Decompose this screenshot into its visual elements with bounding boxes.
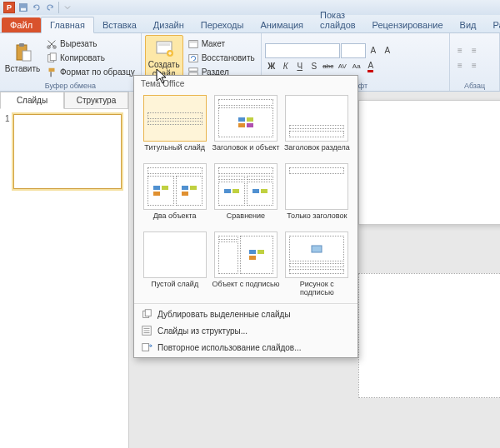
group-paragraph: ≡≡ ≡≡ Абзац	[450, 33, 500, 91]
font-color-button[interactable]: A	[364, 60, 378, 73]
reset-label: Восстановить	[202, 53, 255, 62]
new-slide-gallery: Тема Office Титульный слайд Заголовок и …	[133, 75, 358, 358]
new-slide-button[interactable]: Создать слайд	[145, 35, 183, 81]
layout-title-content[interactable]: Заголовок и объект	[212, 95, 279, 160]
shrink-font-button[interactable]: A	[381, 44, 394, 57]
layout-icon	[188, 38, 199, 50]
align-center-button[interactable]: ≡	[468, 59, 481, 72]
svg-rect-1	[21, 8, 26, 11]
grow-font-button[interactable]: A	[367, 44, 380, 57]
svg-rect-24	[153, 192, 160, 196]
undo-icon[interactable]	[32, 2, 42, 12]
layout-two-content[interactable]: Два объекта	[141, 163, 208, 228]
svg-rect-39	[142, 344, 149, 351]
layout-title-slide[interactable]: Титульный слайд	[141, 95, 208, 160]
slide-number: 1	[5, 114, 10, 189]
save-icon[interactable]	[18, 2, 28, 12]
tab-storyboard[interactable]: Раскадр	[484, 17, 500, 32]
char-spacing-button[interactable]: AV	[336, 60, 349, 73]
strike-button[interactable]: abc	[322, 60, 335, 73]
svg-rect-16	[188, 67, 198, 71]
reuse-icon	[141, 341, 152, 353]
cut-icon	[46, 38, 58, 50]
slide-thumbnail[interactable]	[13, 114, 122, 189]
layout-comparison[interactable]: Сравнение	[212, 163, 279, 228]
layout-label: Макет	[202, 39, 225, 48]
copy-button[interactable]: Копировать	[43, 52, 138, 65]
svg-rect-19	[247, 117, 253, 122]
svg-rect-27	[182, 192, 188, 196]
tab-slides-pane[interactable]: Слайды	[0, 92, 64, 109]
layout-picture-caption[interactable]: Рисунок с подписью	[283, 231, 351, 296]
align-left-button[interactable]: ≡	[453, 59, 467, 72]
svg-rect-33	[258, 250, 264, 254]
qat-separator	[58, 2, 59, 13]
gallery-theme-label: Тема Office	[134, 76, 358, 92]
shadow-button[interactable]: S	[308, 60, 321, 73]
slide-panel: Слайды Структура 1	[0, 92, 129, 448]
font-size-combo[interactable]	[341, 43, 366, 58]
new-slide-icon	[154, 38, 174, 58]
italic-button[interactable]: К	[279, 60, 292, 73]
svg-rect-34	[249, 256, 256, 260]
svg-rect-31	[261, 189, 268, 193]
tab-file[interactable]: Файл	[2, 17, 41, 32]
layout-blank[interactable]: Пустой слайд	[141, 231, 208, 296]
slides-from-outline-item[interactable]: Слайды из структуры...	[134, 322, 358, 339]
layout-section-header[interactable]: Заголовок раздела	[283, 95, 351, 160]
cut-button[interactable]: Вырезать	[43, 37, 138, 51]
duplicate-icon	[141, 308, 152, 320]
svg-rect-35	[312, 246, 322, 252]
underline-button[interactable]: Ч	[293, 60, 307, 73]
tab-insert[interactable]: Вставка	[94, 17, 145, 32]
svg-rect-28	[224, 189, 231, 193]
paste-button[interactable]: Вставить	[3, 35, 42, 81]
tab-design[interactable]: Дизайн	[145, 17, 192, 32]
numbering-button[interactable]: ≡	[468, 44, 481, 57]
redo-icon[interactable]	[45, 2, 55, 12]
layout-button[interactable]: Макет	[185, 37, 258, 51]
tab-home[interactable]: Главная	[41, 17, 94, 33]
svg-rect-4	[22, 51, 31, 61]
tab-view[interactable]: Вид	[452, 17, 485, 32]
svg-rect-26	[190, 186, 197, 190]
svg-rect-21	[247, 123, 253, 127]
tab-review[interactable]: Рецензирование	[364, 17, 452, 32]
format-painter-label: Формат по образцу	[60, 67, 135, 77]
ribbon-tabs: Файл Главная Вставка Дизайн Переходы Ани…	[0, 15, 500, 33]
group-clipboard: Вставить Вырезать Копировать Формат по о…	[0, 33, 142, 91]
tab-outline-pane[interactable]: Структура	[64, 92, 128, 109]
duplicate-slides-item[interactable]: Дублировать выделенные слайды	[134, 306, 358, 322]
svg-rect-30	[252, 189, 259, 193]
group-clipboard-label: Буфер обмена	[3, 81, 138, 91]
svg-rect-29	[232, 189, 239, 193]
qat-dropdown-icon[interactable]	[62, 2, 72, 12]
tab-slideshow[interactable]: Показ слайдов	[312, 7, 364, 32]
bold-button[interactable]: Ж	[265, 60, 278, 73]
reuse-slides-item[interactable]: Повторное использование слайдов...	[134, 339, 358, 356]
svg-rect-20	[238, 123, 245, 127]
svg-rect-37	[145, 310, 151, 316]
group-paragraph-label: Абзац	[453, 81, 496, 91]
svg-rect-25	[182, 186, 188, 190]
font-family-combo[interactable]	[265, 43, 340, 58]
bullets-button[interactable]: ≡	[453, 44, 467, 57]
svg-rect-3	[19, 43, 24, 47]
slide-canvas[interactable]	[358, 100, 500, 225]
notes-placeholder[interactable]	[358, 273, 500, 398]
tab-animations[interactable]: Анимация	[252, 17, 312, 32]
layout-content-caption[interactable]: Объект с подписью	[212, 231, 279, 296]
paste-icon	[12, 42, 32, 62]
brush-icon	[46, 67, 58, 78]
svg-rect-14	[189, 41, 197, 42]
layout-title-only[interactable]: Только заголовок	[283, 163, 351, 228]
svg-rect-32	[249, 250, 256, 254]
cut-label: Вырезать	[60, 39, 97, 48]
tab-transitions[interactable]: Переходы	[192, 17, 252, 32]
format-painter-button[interactable]: Формат по образцу	[43, 66, 138, 79]
reset-button[interactable]: Восстановить	[185, 52, 258, 65]
paste-label: Вставить	[5, 64, 40, 73]
copy-label: Копировать	[60, 53, 105, 62]
change-case-button[interactable]: Aa	[350, 60, 363, 73]
app-icon: P	[3, 2, 15, 13]
